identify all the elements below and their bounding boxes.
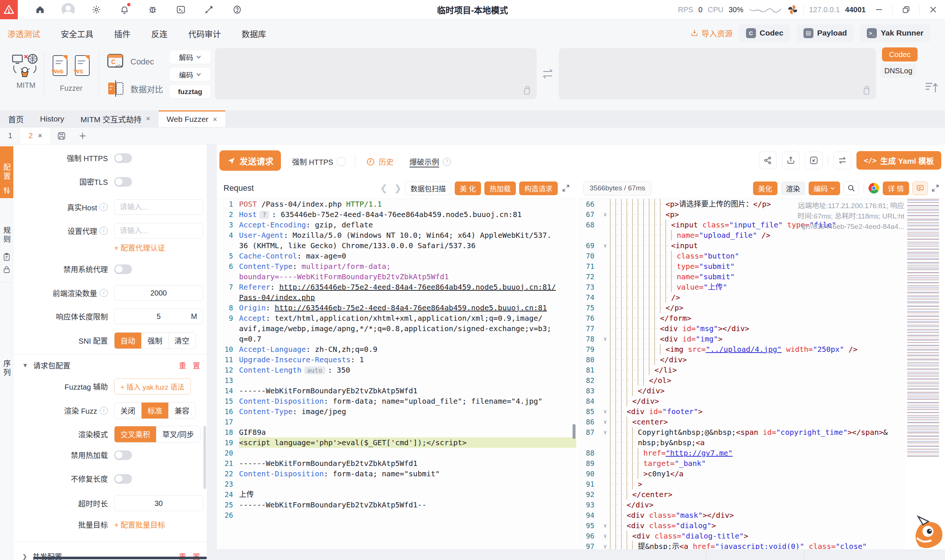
proxy-input[interactable] [114,223,203,238]
render-fuzz-compat[interactable]: 兼容 [169,403,195,418]
menu-reverse[interactable]: 反连 [151,28,168,39]
fold-arrow-icon[interactable]: ∨ [600,427,610,437]
resp-limit-input[interactable] [114,309,203,324]
send-request-button[interactable]: 发送请求 [219,150,281,171]
editor-line[interactable]: 15Content-Disposition: form-data; name="… [217,396,576,406]
reset-request-config[interactable]: 重 置 [179,360,202,371]
construct-request-button[interactable]: 构造请求 [519,182,558,195]
response-fullscreen-icon[interactable] [931,184,940,192]
import-button[interactable] [805,151,823,169]
comment-button[interactable] [913,182,928,195]
no-fix-length-toggle[interactable] [114,474,132,484]
editor-line[interactable]: 11Upgrade-Insecure-Requests: 1 [217,354,576,365]
editor-line[interactable]: 13 [217,375,576,386]
details-button[interactable]: 详 情 [883,182,909,195]
settings-scrollbar[interactable] [203,426,206,489]
timeout-input[interactable] [114,495,203,511]
minimize-button[interactable] [871,2,887,18]
editor-line[interactable]: 81················</li> [578,365,906,375]
nav-tab-sequence[interactable]: 序列 [0,354,13,383]
data-compare-shortcut[interactable]: 数据对比 [107,80,163,97]
open-in-chrome-button[interactable] [868,183,879,194]
next-arrow[interactable]: ❯ [394,183,402,193]
tab-history[interactable]: History [32,110,72,127]
search-button[interactable] [843,182,859,195]
fold-arrow-icon[interactable]: ∨ [600,541,610,549]
sni-force[interactable]: 强制 [142,332,169,349]
add-proxy-auth-link[interactable]: + 配置代理认证 [114,242,165,253]
editor-line[interactable]: 12Content-Lengthauto: 350 [217,365,576,375]
encode-dropdown[interactable]: 编码 [170,68,211,81]
decode-dropdown[interactable]: 解码 [170,50,211,64]
save-sequence-button[interactable] [50,128,72,144]
render-fuzz-segmented[interactable]: 关闭 标准 兼容 [114,402,196,419]
tab-mitm[interactable]: MITM 交互式劫持× [72,110,158,127]
fold-arrow-icon[interactable]: ∨ [600,334,610,344]
beautify-button[interactable]: 美 化 [455,182,481,195]
editor-line[interactable]: 26 [217,510,576,520]
editor-line[interactable]: 74······················/> [578,292,906,303]
user-avatar[interactable] [61,2,76,17]
codec-page-button[interactable]: C Codec [739,25,790,42]
config-batch-target-link[interactable]: + 配置批量目标 [114,519,165,530]
payload-page-button[interactable]: ▤ Payload [797,25,854,42]
editor-line[interactable]: 89············target="_bank" [578,458,906,469]
response-render-button[interactable]: 渲染 [781,182,805,195]
subtab-2[interactable]: 2× [20,128,50,144]
editor-line[interactable]: 10Accept-Language: zh-CN,zh;q=0.9 [217,344,576,354]
editor-line[interactable]: 36 (KHTML, like Gecko) Chrome/133.0.0.0 … [217,240,576,251]
editor-line[interactable]: 9Accept: text/html,application/xhtml+xml… [217,313,576,323]
fuzztag-button[interactable]: fuzztag [170,85,211,98]
yakit-logo-warning-icon[interactable] [0,0,18,19]
editor-line[interactable]: 88············href="http://gv7.me" [578,448,906,458]
editor-line[interactable]: 14------WebKitFormBoundaryEb2tvZbkAtp5Wf… [217,386,576,396]
real-host-input[interactable] [114,199,203,215]
side-tab-dnslog[interactable]: DNSLog [880,64,916,78]
close-button[interactable] [925,2,941,18]
force-https-toggle[interactable] [114,153,132,163]
panel-resize-gutter[interactable] [207,145,217,560]
editor-line[interactable]: 83··········</div> [578,386,906,396]
menu-database[interactable]: 数据库 [242,28,266,39]
force-https-checkbox[interactable] [337,157,345,166]
render-fuzz-off[interactable]: 关闭 [114,403,142,418]
prev-arrow[interactable]: ❮ [380,183,387,193]
close-icon[interactable]: × [38,131,42,140]
editor-line[interactable]: 69∨······················<input [578,240,906,251]
editor-line[interactable]: 2Host?: 635446eb-75e2-4eed-84a4-76ee864a… [217,209,576,220]
editor-line[interactable]: 67∨····················<p> [578,209,906,220]
terminal-icon[interactable] [173,2,188,17]
packet-scan-button[interactable]: 数据包扫描 [405,182,452,195]
editor-line[interactable]: 5Cache-Control: max-age=0 [217,251,576,261]
render-mode-segmented[interactable]: 交叉乘积 草叉/同步 [114,426,200,443]
menu-code-audit[interactable]: 代码审计 [188,28,221,39]
fuzzer-shortcut[interactable]: Web WS [52,55,90,76]
settings-gear-icon[interactable] [89,2,104,17]
editor-line[interactable]: 4User-Agent: Mozilla/5.0 (Windows NT 10.… [217,230,576,240]
editor-line[interactable]: 91··········> [578,479,906,489]
subtab-1[interactable]: 1 [0,128,20,144]
editor-line[interactable]: 76··················</form> [578,313,906,323]
editor-line[interactable]: ························name="upload_fil… [578,230,906,240]
codec-output-area[interactable] [559,48,876,99]
editor-line[interactable]: 87∨··········Copyright&nbsp;@&nbsp;<span… [578,427,906,437]
maximize-button[interactable] [898,2,914,18]
editor-line[interactable]: 8Origin: http://635446eb-75e2-4eed-84a4-… [217,303,576,313]
switch-view-button[interactable] [834,151,851,169]
copy-icon[interactable] [861,85,871,95]
help-icon[interactable] [230,2,245,17]
editor-line[interactable]: 72························name="submit" [578,271,906,282]
editor-line[interactable]: 68······················<input class="in… [578,220,906,230]
close-icon[interactable]: × [213,115,217,124]
editor-line[interactable]: 78∨··················<div id="img"> [578,334,906,344]
request-scrollbar[interactable] [573,424,575,439]
editor-line[interactable]: 66····················<p>请选择要上传的图片：</p> [578,199,906,209]
editor-line[interactable]: 82··············</ol> [578,375,906,386]
menu-plugins[interactable]: 插件 [114,28,131,39]
close-icon[interactable]: × [146,114,151,123]
response-editor[interactable]: 66····················<p>请选择要上传的图片：</p>6… [578,199,906,549]
copy-icon[interactable] [522,85,532,95]
editor-line[interactable]: 3Accept-Encoding: gzip, deflate [217,220,576,230]
editor-line[interactable]: 96∨········<div class="dialog-title"> [578,531,906,541]
generate-yaml-button[interactable]: </> 生成 Yaml 模板 [856,151,941,170]
